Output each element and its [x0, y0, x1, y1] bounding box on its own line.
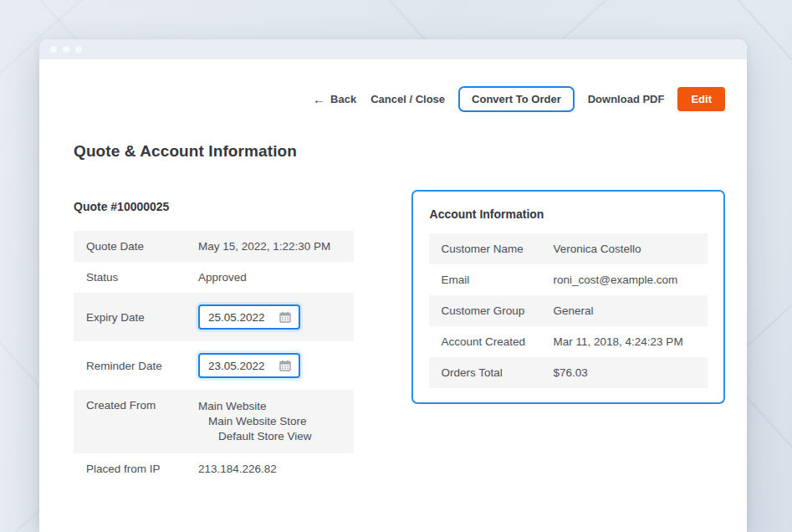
account-row-value: General [554, 304, 695, 317]
calendar-icon[interactable] [278, 359, 292, 372]
quote-scope-line: Main Website Store [198, 414, 341, 429]
window-control-dot[interactable] [50, 46, 57, 53]
quote-scope-line: Main Website [198, 399, 341, 414]
cancel-close-button[interactable]: Cancel / Close [370, 88, 446, 110]
expiry-date-field [198, 304, 300, 330]
account-row-customer-name: Customer NameVeronica Costello [429, 233, 708, 264]
back-label: Back [330, 93, 356, 105]
account-row-value: $76.03 [554, 366, 695, 379]
quote-row-label: Quote Date [86, 240, 198, 253]
account-row-label: Account Created [442, 335, 554, 348]
quote-row-label: Status [86, 271, 198, 284]
quote-row-value: 213.184.226.82 [198, 463, 341, 475]
page-title: Quote & Account Information [74, 142, 725, 161]
window-titlebar [39, 39, 747, 59]
window-content: ← Back Cancel / Close Convert To Order D… [39, 86, 747, 484]
account-heading: Account Information [430, 207, 707, 221]
edit-button[interactable]: Edit [677, 87, 725, 111]
quote-row-label: Reminder Date [86, 360, 198, 372]
window-control-dot[interactable] [63, 46, 69, 53]
account-row-email: Emailroni_cost@example.com [429, 264, 708, 295]
account-row-account-created: Account CreatedMar 11, 2018, 4:24:23 PM [429, 326, 708, 357]
quote-row-value: Main WebsiteMain Website StoreDefault St… [198, 399, 341, 444]
expiry-date-input[interactable] [208, 311, 273, 324]
toolbar: ← Back Cancel / Close Convert To Order D… [74, 86, 725, 112]
quote-row-value: May 15, 2022, 1:22:30 PM [198, 240, 341, 253]
quote-table: Quote DateMay 15, 2022, 1:22:30 PMStatus… [74, 231, 354, 484]
account-row-orders-total: Orders Total$76.03 [429, 357, 708, 388]
quote-row-status: StatusApproved [74, 262, 354, 293]
account-row-label: Customer Name [442, 243, 554, 255]
quote-row-label: Placed from IP [86, 463, 198, 475]
quote-row-quote-date: Quote DateMay 15, 2022, 1:22:30 PM [74, 231, 354, 262]
reminder-date-field [198, 353, 300, 378]
quote-row-placed-from-ip: Placed from IP213.184.226.82 [74, 453, 354, 484]
account-section: Account Information Customer NameVeronic… [411, 190, 725, 404]
quote-heading: Quote #10000025 [74, 200, 354, 213]
back-arrow-icon: ← [313, 94, 325, 105]
app-window: ← Back Cancel / Close Convert To Order D… [39, 39, 747, 532]
quote-scope-line: Default Store View [198, 429, 341, 444]
reminder-date-input[interactable] [208, 360, 273, 372]
quote-row-label: Created From [86, 399, 198, 444]
window-control-dot[interactable] [75, 46, 82, 53]
account-panel: Account Information Customer NameVeronic… [411, 190, 725, 404]
download-pdf-button[interactable]: Download PDF [587, 88, 666, 110]
account-row-value: roni_cost@example.com [554, 274, 695, 286]
quote-row-label: Expiry Date [86, 311, 198, 324]
quote-row-value: Approved [198, 271, 341, 284]
account-row-value: Veronica Costello [554, 243, 695, 255]
account-row-customer-group: Customer GroupGeneral [429, 295, 708, 326]
quote-row-expiry-date: Expiry Date [74, 293, 354, 341]
quote-section: Quote #10000025 Quote DateMay 15, 2022, … [74, 190, 354, 484]
back-button[interactable]: ← Back [312, 88, 357, 110]
main-columns: Quote #10000025 Quote DateMay 15, 2022, … [74, 190, 725, 484]
quote-row-created-from: Created FromMain WebsiteMain Website Sto… [74, 390, 354, 453]
account-row-value: Mar 11, 2018, 4:24:23 PM [554, 335, 695, 348]
account-row-label: Orders Total [442, 366, 554, 379]
convert-to-order-button[interactable]: Convert To Order [458, 86, 575, 112]
quote-row-value [198, 304, 341, 330]
account-table: Customer NameVeronica CostelloEmailroni_… [429, 233, 708, 388]
account-row-label: Email [442, 274, 554, 286]
quote-row-value [198, 353, 341, 378]
quote-row-reminder-date: Reminder Date [74, 341, 354, 390]
calendar-icon[interactable] [278, 310, 292, 324]
account-row-label: Customer Group [442, 304, 554, 317]
